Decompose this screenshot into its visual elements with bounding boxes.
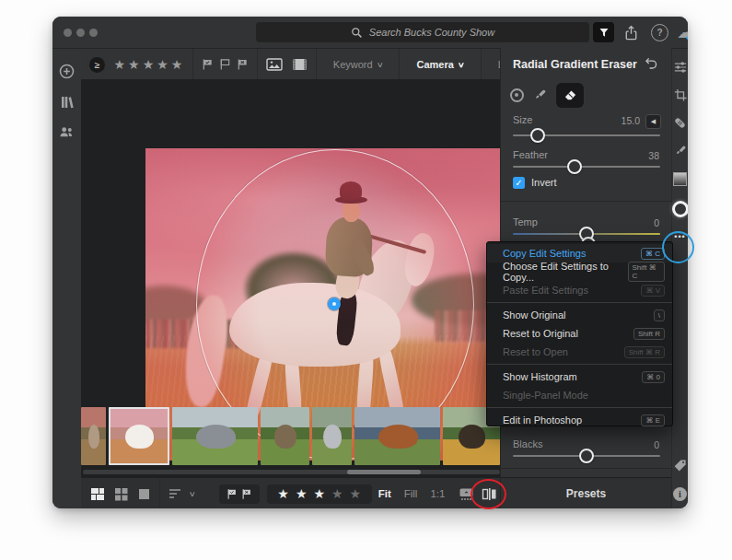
brush-tool-icon[interactable] (533, 88, 547, 102)
healing-brush-button[interactable] (673, 116, 687, 130)
feather-slider[interactable] (513, 166, 660, 168)
flag-reject-button[interactable] (241, 488, 252, 500)
filmstrip-scrollbar[interactable] (83, 470, 500, 474)
flag-rejected-filter[interactable] (237, 58, 249, 71)
feather-value: 38 (648, 150, 659, 161)
star-icon[interactable]: ★ (296, 486, 308, 501)
slider-thumb[interactable] (567, 159, 582, 174)
add-photos-button[interactable] (59, 64, 75, 79)
flag-picked-filter[interactable] (202, 58, 214, 71)
flag-toggle-group (219, 484, 260, 504)
rating-stars-control[interactable]: ★★★★★ (267, 484, 372, 504)
undo-icon[interactable] (644, 57, 658, 69)
blacks-value: 0 (654, 439, 659, 450)
radial-gradient-button-selected[interactable] (672, 201, 689, 217)
view-mosaic-button[interactable] (90, 487, 105, 501)
size-slider[interactable] (513, 134, 660, 136)
star-icon[interactable]: ★ (143, 57, 155, 72)
photos-filter-icon[interactable] (266, 58, 283, 71)
rating-star-filter[interactable]: ★★★★★ (112, 56, 184, 73)
radial-gradient-tool-icon[interactable] (510, 88, 524, 102)
view-grid-button[interactable] (114, 487, 128, 501)
screenshot-stage: { "app": { "search": {"placeholder": "Se… (0, 0, 732, 560)
window-minimize-button[interactable] (76, 29, 85, 37)
before-after-toggle[interactable] (482, 487, 497, 501)
my-photos-button[interactable] (60, 95, 75, 110)
menu-item: Single-Panel Mode (487, 386, 672, 404)
zoom-1to1-button[interactable]: 1:1 (430, 488, 445, 499)
zoom-fit-button[interactable]: Fit (378, 488, 391, 499)
cloud-sync-button[interactable]: ☁ (675, 23, 688, 41)
crop-rotate-button[interactable] (674, 88, 687, 101)
videos-filter-icon[interactable] (292, 58, 308, 71)
view-detail-button[interactable] (137, 487, 151, 501)
menu-item: Paste Edit Settings⌘ V (487, 281, 672, 299)
grid-overlay-toggle[interactable] (459, 487, 474, 501)
window-close-button[interactable] (64, 29, 72, 37)
thumb-subject (459, 425, 485, 449)
divider (257, 49, 258, 80)
zoom-fill-button[interactable]: Fill (404, 488, 418, 499)
flag-unflagged-filter[interactable] (219, 58, 231, 71)
menu-item[interactable]: Reset to OriginalShift R (487, 324, 672, 343)
menu-item-label: Reset to Original (503, 328, 578, 339)
window-zoom-button[interactable] (89, 29, 98, 37)
menu-item-label: Paste Edit Settings (503, 285, 588, 296)
slider-thumb[interactable] (530, 128, 545, 143)
menu-item[interactable]: Show Original\ (487, 306, 672, 324)
filmstrip-thumb[interactable] (172, 407, 258, 465)
filmstrip-thumb[interactable] (81, 407, 106, 465)
search-input[interactable]: Search Bucks County Show (256, 22, 589, 42)
filmstrip-thumb[interactable] (354, 407, 440, 465)
keyboard-shortcut-badge: \ (654, 309, 665, 321)
star-icon[interactable]: ★ (157, 57, 168, 72)
menu-item[interactable]: Edit in Photoshop⌘ E (487, 411, 672, 429)
slider-thumb[interactable] (579, 449, 594, 463)
edit-sliders-button[interactable] (674, 61, 687, 74)
rating-comparator-badge[interactable]: ≥ (89, 57, 105, 73)
filmstrip-thumb[interactable] (109, 407, 169, 465)
presets-button[interactable]: Presets (500, 477, 671, 508)
filmstrip-thumb[interactable] (261, 407, 309, 465)
blacks-slider[interactable] (513, 455, 660, 457)
info-button[interactable]: i (673, 487, 687, 501)
linear-gradient-button[interactable] (673, 172, 687, 186)
invert-checkbox[interactable]: ✓ (513, 177, 525, 189)
share-button[interactable] (622, 22, 640, 42)
share-icon (624, 25, 638, 41)
dropdown-label: Keyword (333, 59, 373, 70)
menu-item[interactable]: Copy Edit Settings⌘ C (487, 244, 672, 262)
people-view-button[interactable] (59, 125, 75, 139)
eraser-tool-selected[interactable] (556, 83, 584, 108)
more-options-button[interactable]: ••• (674, 232, 685, 241)
menu-item[interactable]: Choose Edit Settings to Copy...Shift ⌘ C (487, 262, 672, 281)
star-icon[interactable]: ★ (128, 57, 140, 72)
temp-slider[interactable] (513, 233, 660, 235)
menu-separator (487, 407, 672, 408)
dropdown-camera[interactable]: Camera∨ (408, 59, 471, 70)
sort-order-chevron[interactable]: ∨ (182, 490, 199, 498)
size-stepper-button[interactable]: ◀ (645, 114, 661, 129)
dropdown-keyword[interactable]: Keyword∨ (325, 59, 391, 70)
star-icon[interactable]: ★ (331, 486, 343, 501)
star-icon[interactable]: ★ (171, 57, 183, 72)
dropdown-label: Camera (416, 59, 453, 70)
titlebar: Search Bucks County Show ? ☁ (52, 17, 688, 49)
star-icon[interactable]: ★ (350, 486, 362, 501)
filter-button[interactable] (593, 22, 614, 42)
menu-item[interactable]: Show Histogram⌘ 0 (487, 368, 672, 386)
star-icon[interactable]: ★ (114, 57, 126, 72)
keywords-tag-button[interactable] (673, 459, 687, 472)
radial-gradient-pin[interactable] (328, 298, 341, 310)
sort-button[interactable] (168, 488, 182, 499)
flag-pick-button[interactable] (227, 488, 238, 500)
help-button[interactable]: ? (651, 24, 668, 41)
star-icon[interactable]: ★ (277, 486, 289, 501)
section-divider (501, 468, 671, 469)
filmstrip-thumb[interactable] (312, 407, 352, 465)
menu-item-label: Choose Edit Settings to Copy... (503, 261, 628, 283)
brush-mask-button[interactable] (674, 145, 687, 158)
star-icon[interactable]: ★ (313, 486, 325, 501)
library-books-icon (60, 95, 75, 110)
scrollbar-thumb[interactable] (347, 470, 421, 474)
